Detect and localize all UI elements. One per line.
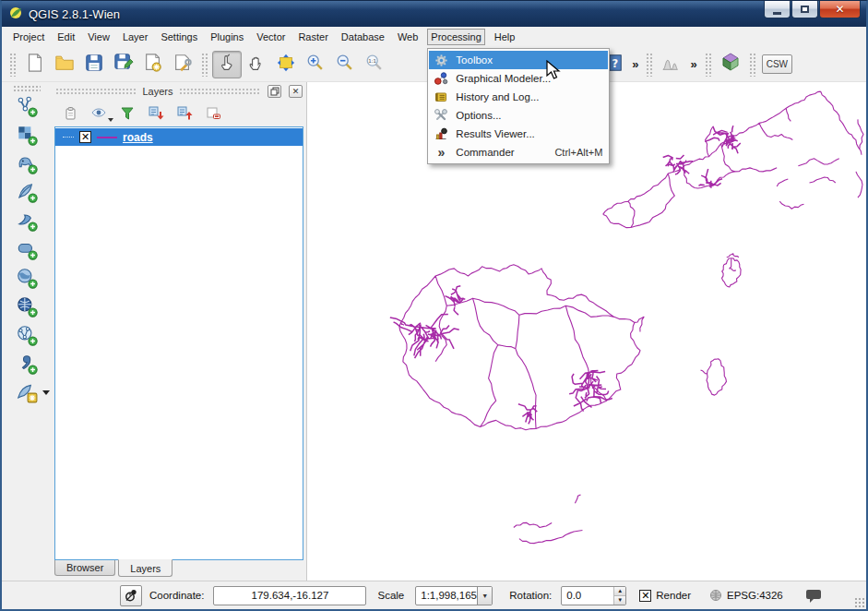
close-panel-button[interactable]: ✕ bbox=[289, 85, 303, 98]
layers-tree[interactable]: roads bbox=[54, 126, 303, 560]
minimize-button[interactable] bbox=[764, 1, 791, 18]
maximize-button[interactable] bbox=[791, 1, 818, 18]
menu-item-options[interactable]: Options... bbox=[429, 106, 608, 125]
spin-up-button[interactable]: ▲ bbox=[614, 587, 625, 596]
new-project-icon bbox=[25, 53, 45, 76]
graphical-modeler-icon bbox=[433, 71, 449, 86]
add-delimited-text-layer-button[interactable] bbox=[11, 351, 42, 379]
add-wms-layer-button[interactable] bbox=[11, 265, 42, 294]
zoom-out-button[interactable] bbox=[330, 51, 360, 78]
touch-hand-icon bbox=[217, 53, 237, 76]
scale-dropdown-button[interactable]: ▼ bbox=[477, 587, 492, 605]
panel-tab-browser[interactable]: Browser bbox=[54, 560, 115, 576]
menu-item-history-and-log[interactable]: History and Log... bbox=[429, 88, 608, 106]
manage-visibility-button[interactable] bbox=[89, 104, 108, 123]
scale-combobox[interactable]: 1:1,998,165 ▼ bbox=[415, 586, 493, 605]
zoom-in-button[interactable] bbox=[301, 51, 330, 78]
menu-item-shortcut: Ctrl+Alt+M bbox=[554, 147, 602, 158]
menu-project[interactable]: Project bbox=[9, 29, 48, 45]
render-checkbox[interactable] bbox=[639, 590, 651, 602]
menu-item-results-viewer[interactable]: Results Viewer... bbox=[429, 125, 608, 143]
toolbar-drag-handle[interactable] bbox=[201, 53, 208, 77]
new-project-button[interactable] bbox=[20, 51, 50, 78]
add-postgis-layer-button[interactable] bbox=[11, 150, 42, 179]
toolbar-overflow-chevron[interactable]: » bbox=[686, 57, 700, 71]
add-oracle-layer-button[interactable] bbox=[11, 236, 42, 265]
results-viewer-icon bbox=[433, 126, 449, 141]
toolbar-drag-handle[interactable] bbox=[749, 53, 756, 77]
toggle-extents-tracking-button[interactable] bbox=[120, 585, 142, 606]
filter-legend-button[interactable] bbox=[118, 104, 137, 123]
menu-processing[interactable]: ProcessingToolboxGraphical Modeler...His… bbox=[427, 29, 484, 45]
panel-tab-layers[interactable]: Layers bbox=[118, 559, 172, 577]
menu-label: Web bbox=[398, 31, 418, 42]
expand-all-button[interactable] bbox=[147, 104, 165, 123]
menu-vector[interactable]: Vector bbox=[253, 29, 289, 45]
toolbar-overflow-chevron[interactable]: » bbox=[628, 57, 642, 71]
menu-label: Edit bbox=[57, 31, 75, 42]
new-shapefile-layer-button[interactable] bbox=[11, 379, 42, 408]
save-project-as-button[interactable] bbox=[109, 51, 138, 78]
messages-bubble-icon[interactable] bbox=[805, 589, 822, 603]
pan-map-button[interactable] bbox=[242, 51, 271, 78]
menu-item-commander[interactable]: »CommanderCtrl+Alt+M bbox=[429, 143, 608, 162]
add-wfs-layer-button[interactable] bbox=[11, 322, 42, 351]
menu-settings[interactable]: Settings bbox=[157, 29, 201, 45]
menu-layer[interactable]: Layer bbox=[119, 29, 152, 45]
touch-zoom-button[interactable] bbox=[212, 51, 242, 78]
add-group-button[interactable] bbox=[61, 104, 79, 123]
add-wms-layer-icon bbox=[16, 267, 38, 292]
spinner-buttons: ▲ ▼ bbox=[613, 587, 625, 605]
close-button[interactable]: ✕ bbox=[819, 1, 861, 18]
menu-database[interactable]: Database bbox=[338, 29, 388, 45]
menu-plugins[interactable]: Plugins bbox=[207, 29, 247, 45]
add-spatialite-layer-icon bbox=[16, 181, 38, 206]
raster-histogram-button[interactable] bbox=[657, 51, 686, 78]
spin-down-button[interactable]: ▼ bbox=[614, 596, 625, 605]
menu-web[interactable]: Web bbox=[394, 29, 422, 45]
menu-item-label: Results Viewer... bbox=[456, 128, 596, 139]
float-panel-button[interactable] bbox=[268, 85, 281, 98]
processing-menu-dropdown: ToolboxGraphical Modeler...History and L… bbox=[427, 48, 610, 164]
menu-raster[interactable]: Raster bbox=[294, 29, 331, 45]
zoom-full-button[interactable] bbox=[271, 51, 301, 78]
add-raster-layer-button[interactable] bbox=[11, 122, 42, 150]
menu-help[interactable]: Help bbox=[491, 29, 519, 45]
collapse-all-button[interactable] bbox=[175, 104, 194, 123]
toolbar-drag-handle[interactable] bbox=[705, 53, 712, 77]
menu-item-graphical-modeler[interactable]: Graphical Modeler... bbox=[429, 69, 608, 88]
csw-button[interactable]: CSW bbox=[762, 54, 792, 74]
crs-status-label[interactable]: EPSG:4326 bbox=[727, 590, 783, 601]
rotation-spinner[interactable]: 0.0 ▲ ▼ bbox=[561, 586, 626, 605]
layers-panel: Layers ✕ roads BrowserLayers bbox=[52, 82, 306, 581]
toolbar-drag-handle[interactable] bbox=[13, 85, 41, 91]
toolbar-drag-handle[interactable] bbox=[9, 53, 17, 77]
layer-visibility-checkbox[interactable] bbox=[79, 131, 91, 143]
history-log-icon bbox=[433, 90, 449, 104]
add-wcs-layer-button[interactable] bbox=[11, 294, 42, 322]
tree-branch-line bbox=[63, 137, 74, 138]
toolbar-drag-handle[interactable] bbox=[646, 53, 653, 77]
menu-edit[interactable]: Edit bbox=[54, 29, 78, 45]
menu-label: Settings bbox=[161, 31, 197, 42]
save-project-button[interactable] bbox=[79, 51, 109, 78]
menu-item-toolbox[interactable]: Toolbox bbox=[429, 51, 608, 69]
dropdown-caret-icon[interactable] bbox=[42, 390, 50, 395]
histogram-icon bbox=[660, 53, 684, 76]
grass-tools-button[interactable] bbox=[716, 51, 745, 78]
add-mssql-layer-button[interactable] bbox=[11, 208, 42, 236]
coordinate-input[interactable]: 179.634,-16.127 bbox=[213, 586, 366, 605]
zoom-native-button[interactable]: 1:1 bbox=[360, 51, 389, 78]
add-spatialite-layer-button[interactable] bbox=[11, 179, 42, 208]
globe-icon bbox=[709, 589, 722, 602]
composer-manager-button[interactable] bbox=[168, 51, 197, 78]
add-vector-layer-button[interactable] bbox=[11, 93, 42, 122]
menu-item-label: History and Log... bbox=[456, 91, 596, 102]
resize-grip[interactable] bbox=[854, 597, 864, 607]
remove-layer-button[interactable] bbox=[204, 104, 222, 123]
new-print-composer-button[interactable] bbox=[138, 51, 168, 78]
menu-view[interactable]: View bbox=[84, 29, 113, 45]
layer-row-roads[interactable]: roads bbox=[55, 128, 303, 146]
open-project-button[interactable] bbox=[50, 51, 79, 78]
dropdown-caret-icon bbox=[108, 118, 113, 122]
